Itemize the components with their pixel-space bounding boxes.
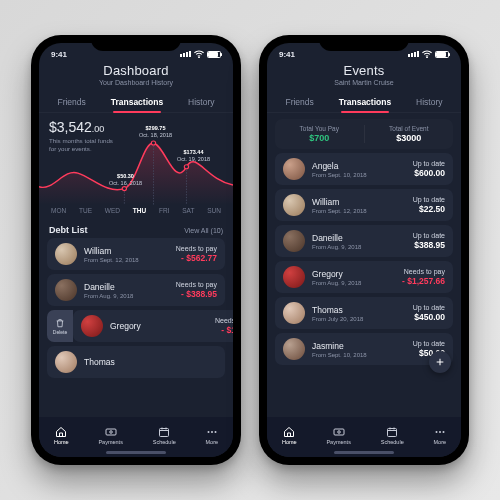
battery-icon bbox=[207, 51, 221, 58]
wifi-icon bbox=[194, 50, 204, 58]
nav-payments[interactable]: Payments bbox=[98, 426, 122, 445]
plus-icon bbox=[435, 357, 445, 367]
payments-icon bbox=[105, 426, 117, 438]
status-time: 9:41 bbox=[279, 50, 295, 59]
status-label: Up to date bbox=[413, 340, 445, 347]
totals-card: Total You Pay 700 Total of Event 3000 bbox=[275, 119, 453, 149]
home-indicator[interactable] bbox=[106, 451, 166, 454]
amount: $22.50 bbox=[413, 204, 445, 214]
more-icon bbox=[434, 426, 446, 438]
tab-friends[interactable]: Friends bbox=[53, 92, 89, 112]
chart-tooltip: $50.30Oct. 16, 2018 bbox=[109, 173, 142, 186]
view-all-link[interactable]: View All (10) bbox=[184, 227, 223, 234]
list-item[interactable]: ThomasFrom July 20, 2018Up to date$450.0… bbox=[275, 297, 453, 329]
page-subtitle: Your Dashboard History bbox=[39, 79, 233, 86]
nav-more[interactable]: More bbox=[206, 426, 219, 445]
page-header: Events Saint Martin Cruise bbox=[267, 61, 461, 92]
amount: - $562.77 bbox=[176, 253, 217, 263]
list-item[interactable]: GregoryFrom Aug. 9, 2018Needs to pay- $1… bbox=[275, 261, 453, 293]
home-icon bbox=[55, 426, 67, 438]
avatar bbox=[283, 230, 305, 252]
nav-home[interactable]: Home bbox=[54, 426, 69, 445]
svg-point-0 bbox=[199, 57, 200, 58]
avatar bbox=[55, 243, 77, 265]
tabs: Friends Transactions History bbox=[39, 92, 233, 113]
payments-icon bbox=[333, 426, 345, 438]
status-label: Up to date bbox=[413, 304, 445, 311]
tab-transactions[interactable]: Transactions bbox=[107, 92, 167, 112]
person-name: Gregory bbox=[312, 269, 402, 279]
list-item[interactable]: WilliamFrom Sept. 12, 2018Up to date$22.… bbox=[275, 189, 453, 221]
phone-events: 9:41 Events Saint Martin Cruise Friends … bbox=[259, 35, 469, 465]
person-date: From Aug. 9, 2018 bbox=[312, 244, 413, 250]
chart[interactable]: $50.30Oct. 16, 2018 $299.75Oct. 18, 2018… bbox=[39, 123, 233, 205]
phone-dashboard: 9:41 Dashboard Your Dashboard History Fr… bbox=[31, 35, 241, 465]
add-button[interactable] bbox=[429, 351, 451, 373]
status-label: Needs to bbox=[215, 317, 233, 324]
person-name: Daneille bbox=[312, 233, 413, 243]
svg-rect-16 bbox=[388, 428, 397, 436]
amount: - $388.95 bbox=[176, 289, 217, 299]
svg-point-19 bbox=[442, 431, 444, 433]
signal-icon bbox=[180, 51, 191, 57]
avatar bbox=[283, 338, 305, 360]
person-date: From Sept. 10, 2018 bbox=[312, 352, 413, 358]
nav-schedule[interactable]: Schedule bbox=[153, 426, 176, 445]
tab-transactions[interactable]: Transactions bbox=[335, 92, 395, 112]
svg-point-12 bbox=[214, 431, 216, 433]
person-date: From Aug. 9, 2018 bbox=[312, 280, 402, 286]
nav-more[interactable]: More bbox=[434, 426, 447, 445]
list-item[interactable]: WilliamFrom Sept. 12, 2018Needs to pay- … bbox=[47, 238, 225, 270]
avatar bbox=[283, 266, 305, 288]
tab-history[interactable]: History bbox=[412, 92, 446, 112]
status-time: 9:41 bbox=[51, 50, 67, 59]
svg-point-15 bbox=[337, 430, 340, 433]
wifi-icon bbox=[422, 50, 432, 58]
status-label: Up to date bbox=[413, 160, 445, 167]
person-name: Daneille bbox=[84, 282, 176, 292]
list-item[interactable]: DaneilleFrom Aug. 9, 2018Needs to pay- $… bbox=[47, 274, 225, 306]
home-indicator[interactable] bbox=[334, 451, 394, 454]
person-date: From Aug. 9, 2018 bbox=[84, 293, 176, 299]
list-item[interactable]: Thomas bbox=[47, 346, 225, 378]
amount: - $1,2 bbox=[215, 325, 233, 335]
avatar bbox=[55, 351, 77, 373]
list-item[interactable]: DeleteGregoryNeeds to- $1,2 bbox=[73, 310, 233, 342]
page-title: Events bbox=[267, 63, 461, 78]
status-label: Needs to pay bbox=[176, 245, 217, 252]
svg-point-18 bbox=[439, 431, 441, 433]
svg-rect-14 bbox=[334, 429, 344, 435]
list-item[interactable]: JasmineFrom Sept. 10, 2018Up to date$50.… bbox=[275, 333, 453, 365]
signal-icon bbox=[408, 51, 419, 57]
more-icon bbox=[206, 426, 218, 438]
amount: $600.00 bbox=[413, 168, 445, 178]
avatar bbox=[283, 158, 305, 180]
avatar bbox=[55, 279, 77, 301]
person-name: Angela bbox=[312, 161, 413, 171]
svg-rect-9 bbox=[160, 428, 169, 436]
nav-home[interactable]: Home bbox=[282, 426, 297, 445]
tab-history[interactable]: History bbox=[184, 92, 218, 112]
svg-point-13 bbox=[427, 57, 428, 58]
status-label: Up to date bbox=[413, 196, 445, 203]
nav-schedule[interactable]: Schedule bbox=[381, 426, 404, 445]
person-name: William bbox=[312, 197, 413, 207]
status-label: Needs to pay bbox=[402, 268, 445, 275]
delete-button[interactable]: Delete bbox=[47, 310, 73, 342]
person-name: Gregory bbox=[110, 321, 215, 331]
status-label: Needs to pay bbox=[176, 281, 217, 288]
svg-point-5 bbox=[151, 141, 155, 145]
list-item[interactable]: DaneilleFrom Aug. 9, 2018Up to date$388.… bbox=[275, 225, 453, 257]
list-item[interactable]: AngelaFrom Sept. 10, 2018Up to date$600.… bbox=[275, 153, 453, 185]
person-date: From Sept. 12, 2018 bbox=[84, 257, 176, 263]
transactions-list: AngelaFrom Sept. 10, 2018Up to date$600.… bbox=[267, 153, 461, 365]
svg-point-10 bbox=[207, 431, 209, 433]
svg-point-17 bbox=[435, 431, 437, 433]
svg-point-6 bbox=[184, 165, 188, 169]
tab-friends[interactable]: Friends bbox=[281, 92, 317, 112]
schedule-icon bbox=[386, 426, 398, 438]
person-name: Jasmine bbox=[312, 341, 413, 351]
avatar bbox=[283, 194, 305, 216]
person-date: From Sept. 12, 2018 bbox=[312, 208, 413, 214]
nav-payments[interactable]: Payments bbox=[326, 426, 350, 445]
